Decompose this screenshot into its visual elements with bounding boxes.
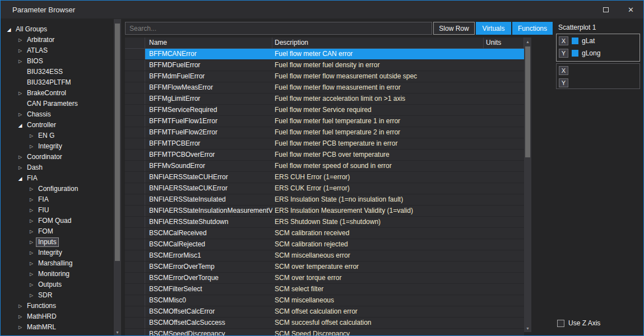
row-header[interactable] (125, 306, 145, 317)
tree-item-label[interactable]: All Groups (13, 25, 49, 34)
tree-item-label[interactable]: Marshalling (36, 259, 75, 268)
table-row[interactable]: BFFMdmFuelErrorFuel flow meter flow meas… (125, 71, 524, 82)
tree-item-en-g[interactable]: ▷EN G (1, 130, 113, 141)
cell-units[interactable] (484, 239, 524, 250)
table-row[interactable]: BSCMFilterSelectSCM select filter (125, 284, 524, 295)
tree-item-label[interactable]: FOM Quad (36, 216, 73, 226)
table-row[interactable]: BFFMTFuelFlow2ErrorFuel flow meter fuel … (125, 127, 524, 138)
table-row[interactable]: BFFMgLimitErrorFuel flow meter accelerat… (125, 94, 524, 105)
cell-units[interactable] (484, 94, 524, 104)
tree-item-biu324pltfm[interactable]: BIU324PLTFM (1, 77, 113, 88)
cell-description[interactable]: ERS Insulation Measurement Validity (1=v… (272, 206, 484, 216)
tree-item-label[interactable]: BIU324ESS (25, 67, 65, 77)
cell-units[interactable] (484, 284, 524, 295)
row-header[interactable] (125, 150, 145, 160)
cell-units[interactable] (484, 217, 524, 227)
cell-description[interactable]: Fuel flow meter flow measurement outside… (272, 71, 484, 82)
tree-item-functions[interactable]: ▷Functions (1, 301, 113, 311)
tree-item-label[interactable]: Arbitrator (25, 35, 57, 45)
tree-item-label[interactable]: Coordinator (25, 152, 64, 162)
cell-name[interactable]: BSCMCalReceived (145, 228, 272, 239)
column-header-description[interactable]: Description (272, 38, 484, 48)
chevron-collapsed-icon[interactable]: ▷ (16, 112, 25, 117)
chevron-collapsed-icon[interactable]: ▷ (16, 155, 25, 160)
tree-item-label[interactable]: Controller (25, 120, 58, 130)
row-header[interactable] (125, 60, 145, 71)
row-header[interactable] (125, 228, 145, 239)
cell-units[interactable] (484, 49, 524, 59)
cell-description[interactable]: ERS CUH Error (1=error) (272, 172, 484, 183)
cell-description[interactable]: Fuel flow meter fuel density in error (272, 60, 484, 71)
tree-item-label[interactable]: Integrity (36, 142, 64, 151)
chevron-collapsed-icon[interactable]: ▷ (27, 282, 36, 287)
tree-item-label[interactable]: FIA (25, 174, 40, 183)
tree-item-label[interactable]: SDR (36, 291, 54, 300)
scroll-up-icon[interactable]: ▲ (524, 38, 531, 45)
chevron-collapsed-icon[interactable]: ▷ (27, 144, 36, 149)
table-row[interactable]: BFFMServiceRequiredFuel flow meter Servi… (125, 105, 524, 116)
table-row[interactable]: BSCMErrorMisc1SCM miscellaneous error (125, 250, 524, 262)
row-header[interactable] (125, 105, 145, 115)
tree-item-label[interactable]: MathHRD (25, 312, 59, 321)
axis-row-y-empty[interactable]: Y (558, 77, 638, 89)
tree-item-label[interactable]: MathMRL (25, 323, 58, 332)
cell-description[interactable]: Fuel flow meter Service required (272, 105, 484, 115)
cell-units[interactable] (484, 194, 524, 205)
cell-units[interactable] (484, 206, 524, 216)
chevron-collapsed-icon[interactable]: ▷ (27, 293, 36, 298)
tree-item-label[interactable]: Outputs (36, 280, 64, 290)
cell-name[interactable]: BSCMErrorOverTemp (145, 262, 272, 272)
table-row[interactable]: BSCMOffsetCalcErrorSCM offset calculatio… (125, 306, 524, 318)
table-row[interactable]: BNFIAERSStateInsulatedERS Insulation Sta… (125, 194, 524, 206)
cell-name[interactable]: BSCMOffsetCalcError (145, 306, 272, 317)
cell-units[interactable] (484, 295, 524, 306)
use-z-axis-checkbox[interactable] (557, 320, 564, 327)
table-row[interactable]: BSCMSpeedDiscrepancySCM Speed Discrepanc… (125, 329, 524, 335)
cell-units[interactable] (484, 183, 524, 194)
tree-item-mathmrl[interactable]: ▷MathMRL (1, 322, 113, 333)
axis-row-x-empty[interactable]: X (558, 64, 638, 77)
table-row[interactable]: BFFMFlowMeasErrorFuel flow meter flow me… (125, 82, 524, 94)
chevron-collapsed-icon[interactable]: ▷ (16, 325, 25, 330)
row-header[interactable] (125, 183, 145, 194)
table-row[interactable]: BFFMDFuelErrorFuel flow meter fuel densi… (125, 60, 524, 71)
cell-description[interactable]: Fuel flow meter fuel temperature 1 in er… (272, 116, 484, 127)
row-header[interactable] (125, 217, 145, 227)
cell-description[interactable]: Fuel flow meter PCB over temperature (272, 150, 484, 160)
row-header[interactable] (125, 71, 145, 82)
row-header[interactable] (125, 172, 145, 183)
tree-item-label[interactable]: Monitoring (36, 269, 72, 279)
cell-units[interactable] (484, 105, 524, 115)
cell-name[interactable]: BSCMFilterSelect (145, 284, 272, 295)
tree-item-label[interactable]: Dash (25, 163, 45, 172)
row-header[interactable] (125, 250, 145, 261)
cell-description[interactable]: Fuel flow meter PCB temperature in error (272, 138, 484, 149)
scatterplot-axes-assigned[interactable]: X gLat Y gLong (556, 34, 640, 62)
row-header[interactable] (125, 318, 145, 328)
cell-description[interactable]: SCM over torque error (272, 273, 484, 283)
row-header[interactable] (125, 206, 145, 216)
cell-name[interactable]: BSCMCalRejected (145, 239, 272, 250)
table-row[interactable]: BSCMMisc0SCM miscellaneous (125, 295, 524, 306)
cell-units[interactable] (484, 138, 524, 149)
cell-name[interactable]: BFFMTPCBError (145, 138, 272, 149)
tree-item-label[interactable]: Functions (25, 301, 58, 311)
cell-units[interactable] (484, 306, 524, 317)
tree-item-label[interactable]: FOM (36, 227, 55, 236)
tree-item-label[interactable]: ATLAS (25, 46, 50, 55)
virtuals-button[interactable]: Virtuals (476, 22, 511, 35)
axis-y-parameter[interactable]: gLong (582, 49, 600, 57)
row-header[interactable] (125, 273, 145, 283)
chevron-collapsed-icon[interactable]: ▷ (27, 197, 36, 202)
cell-name[interactable]: BFFMFlowMeasError (145, 82, 272, 93)
tree-item-sdr[interactable]: ▷SDR (1, 290, 113, 301)
cell-description[interactable]: SCM Speed Discrepancy (272, 329, 484, 335)
table-scrollbar[interactable]: ▲ ▼ (524, 38, 531, 332)
chevron-collapsed-icon[interactable]: ▷ (27, 272, 36, 277)
cell-name[interactable]: BSCMErrorMisc1 (145, 250, 272, 261)
slow-row-button[interactable]: Slow Row (433, 22, 475, 35)
chevron-collapsed-icon[interactable]: ▷ (27, 218, 36, 223)
row-header[interactable] (125, 82, 145, 93)
cell-units[interactable] (484, 172, 524, 183)
cell-name[interactable]: BNFIAERSStateCUHError (145, 172, 272, 183)
